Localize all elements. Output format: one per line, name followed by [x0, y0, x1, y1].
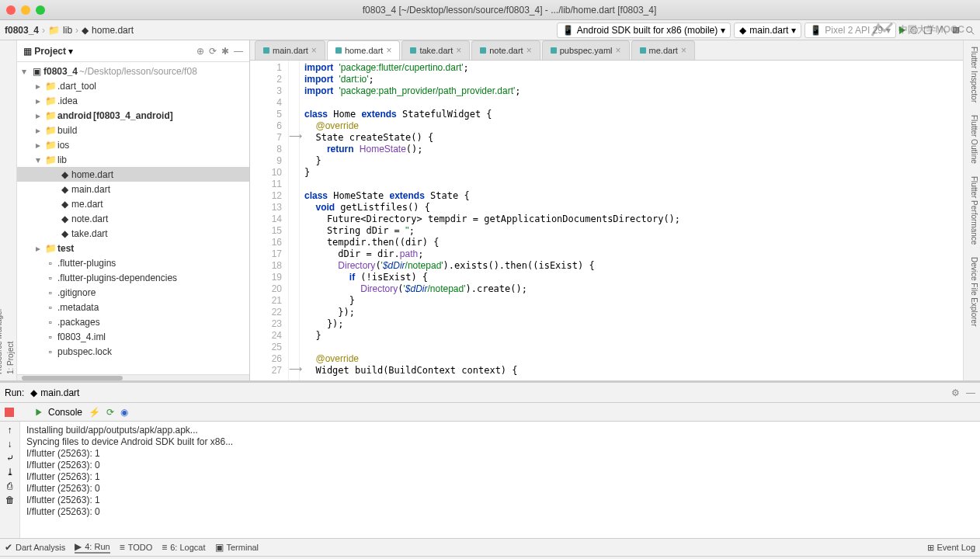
tree-item-ios[interactable]: ▸📁ios	[17, 137, 249, 152]
breadcrumb-project[interactable]: f0803_4	[5, 25, 39, 36]
tab-take-dart[interactable]: take.dart ×	[401, 40, 470, 60]
editor-tabs: main.dart ×home.dart ×take.dart ×note.da…	[250, 40, 963, 61]
tree-item-home-dart[interactable]: ◆home.dart	[17, 167, 249, 182]
left-tool-strip: 1: ProjectResource Manager2: CapturesBui…	[0, 40, 17, 380]
rerun-button[interactable]	[36, 408, 41, 415]
line-gutter[interactable]: 1234567891011121314151617181920212223242…	[250, 61, 289, 380]
tree-item-build[interactable]: ▸📁build	[17, 123, 249, 137]
tree-item-main-dart[interactable]: ◆main.dart	[17, 182, 249, 196]
tab-note-dart[interactable]: note.dart ×	[471, 40, 540, 60]
zoom-window[interactable]	[36, 5, 45, 15]
console-line: I/flutter (25263): 1	[26, 471, 974, 483]
fold-gutter[interactable]: ⟶⟶	[289, 61, 300, 380]
project-tree[interactable]: ▾▣f0803_4 ~/Desktop/lesson/source/f08▸📁.…	[17, 62, 249, 374]
run-hide-icon[interactable]: —	[966, 387, 975, 398]
tab-me-dart[interactable]: me.dart ×	[631, 40, 695, 60]
tree-item--dart_tool[interactable]: ▸📁.dart_tool	[17, 78, 249, 93]
tab-home-dart[interactable]: home.dart ×	[327, 40, 401, 60]
svg-line-4	[971, 31, 975, 34]
scroll-end-icon[interactable]: ⤓	[6, 467, 14, 477]
tree-item--flutter-plugins-dependencies[interactable]: ▫.flutter-plugins-dependencies	[17, 270, 249, 285]
run-panel: Run: ◆ main.dart ⚙ — Console ⚡ ⟳ ◉ ↑ ↓ ⤶…	[0, 380, 980, 538]
bottom-tab-todo[interactable]: ≡TODO	[120, 542, 153, 553]
run-config-selector[interactable]: ◆ main.dart ▾	[734, 23, 801, 38]
tree-item--flutter-plugins[interactable]: ▫.flutter-plugins	[17, 255, 249, 270]
bottom-tab-terminal[interactable]: ▣Terminal	[215, 542, 259, 553]
hide-icon[interactable]: —	[234, 46, 243, 57]
project-dropdown[interactable]: ▦ Project ▾	[23, 46, 73, 57]
tree-h-scrollbar[interactable]	[17, 374, 249, 380]
tree-item-take-dart[interactable]: ◆take.dart	[17, 226, 249, 241]
print-icon[interactable]: ⎙	[7, 481, 12, 491]
console-line: Syncing files to device Android SDK buil…	[26, 436, 974, 448]
svg-point-3	[967, 26, 972, 32]
run-config-display[interactable]: ◆ main.dart	[30, 387, 79, 398]
breadcrumb-folder[interactable]: 📁 lib	[48, 25, 72, 36]
bottom-tab-4--run[interactable]: ▶4: Run	[75, 541, 109, 554]
tree-item--metadata[interactable]: ▫.metadata	[17, 300, 249, 314]
editor: main.dart ×home.dart ×take.dart ×note.da…	[250, 40, 963, 380]
tool-resource-manager[interactable]: Resource Manager	[0, 40, 5, 380]
bottom-tool-tabs: ✔Dart Analysis▶4: Run≡TODO≡6: Logcat▣Ter…	[0, 538, 980, 556]
bottom-tab-dart-analysis[interactable]: ✔Dart Analysis	[5, 542, 65, 553]
up-icon[interactable]: ↑	[8, 425, 12, 436]
tree-item-pubspec-lock[interactable]: ▫pubspec.lock	[17, 344, 249, 359]
navbar: f0803_4 › 📁 lib › ◆ home.dart 📱 Android …	[0, 20, 980, 40]
clear-icon[interactable]: 🗑	[5, 495, 15, 505]
down-icon[interactable]: ↓	[8, 439, 12, 450]
run-settings-icon[interactable]: ⚙	[951, 387, 960, 398]
hot-restart-icon[interactable]: ⟳	[106, 407, 114, 418]
tree-root[interactable]: ▾▣f0803_4 ~/Desktop/lesson/source/f08	[17, 64, 249, 78]
tool-1--project[interactable]: 1: Project	[5, 40, 16, 380]
event-log[interactable]: ⊞ Event Log	[927, 543, 975, 553]
tool-flutter-inspector[interactable]: Flutter Inspector	[964, 40, 980, 109]
breadcrumb-file[interactable]: ◆ home.dart	[82, 25, 134, 36]
tree-item-f0803_4-iml[interactable]: ▫f0803_4.iml	[17, 329, 249, 344]
right-tool-strip: Flutter InspectorFlutter OutlineFlutter …	[963, 40, 980, 380]
expand-icon[interactable]: ⊕	[196, 46, 204, 57]
console-line: Installing build/app/outputs/apk/app.apk…	[26, 425, 974, 436]
console-line: I/flutter (25263): 0	[26, 483, 974, 495]
tree-item--gitignore[interactable]: ▫.gitignore	[17, 285, 249, 300]
close-window[interactable]	[6, 5, 16, 15]
console-line: I/flutter (25263): 0	[26, 506, 974, 518]
window-title: f0803_4 [~/Desktop/lesson/source/f0803_4…	[45, 5, 974, 16]
locate-icon[interactable]: ⟳	[209, 46, 217, 57]
run-label: Run:	[5, 387, 24, 398]
bottom-tab-6--logcat[interactable]: ≡6: Logcat	[162, 542, 205, 553]
code-area[interactable]: import 'package:flutter/cupertino.dart';…	[300, 61, 963, 380]
tree-item-note-dart[interactable]: ◆note.dart	[17, 211, 249, 226]
soft-wrap-icon[interactable]: ⤶	[6, 453, 14, 464]
minimize-window[interactable]	[21, 5, 30, 15]
tool-flutter-outline[interactable]: Flutter Outline	[964, 109, 980, 170]
tree-item-me-dart[interactable]: ◆me.dart	[17, 196, 249, 211]
tree-item-test[interactable]: ▸📁test	[17, 241, 249, 255]
project-sidebar: ▦ Project ▾ ⊕ ⟳ ✱ — ▾▣f0803_4 ~/Desktop/…	[17, 40, 250, 380]
console-line: I/flutter (25263): 1	[26, 448, 974, 460]
statusbar: * daemon started successfully (18 minute…	[0, 556, 980, 559]
device-selector[interactable]: 📱 Android SDK built for x86 (mobile) ▾	[557, 23, 731, 38]
watermark: 中国大学MOOC	[871, 22, 964, 37]
stop-button[interactable]	[5, 408, 14, 417]
tree-item--idea[interactable]: ▸📁.idea	[17, 93, 249, 108]
tool-flutter-performance[interactable]: Flutter Performance	[964, 170, 980, 251]
tree-item--packages[interactable]: ▫.packages	[17, 314, 249, 329]
console-line: I/flutter (25263): 1	[26, 495, 974, 506]
hot-reload-icon[interactable]: ⚡	[89, 407, 100, 418]
tab-main-dart[interactable]: main.dart ×	[255, 40, 325, 60]
tree-item-android[interactable]: ▸📁android [f0803_4_android]	[17, 108, 249, 123]
console-output[interactable]: Installing build/app/outputs/apk/app.apk…	[20, 422, 980, 538]
open-devtools-icon[interactable]: ◉	[120, 407, 128, 418]
console-line: I/flutter (25263): 0	[26, 460, 974, 471]
tab-pubspec-yaml[interactable]: pubspec.yaml ×	[542, 40, 630, 60]
console-tab[interactable]: Console	[48, 407, 82, 418]
tree-item-lib[interactable]: ▾📁lib	[17, 152, 249, 167]
settings-icon[interactable]: ✱	[221, 46, 229, 57]
tool-device-file-explorer[interactable]: Device File Explorer	[964, 251, 980, 332]
search-icon[interactable]	[964, 25, 975, 36]
titlebar: f0803_4 [~/Desktop/lesson/source/f0803_4…	[0, 0, 980, 20]
